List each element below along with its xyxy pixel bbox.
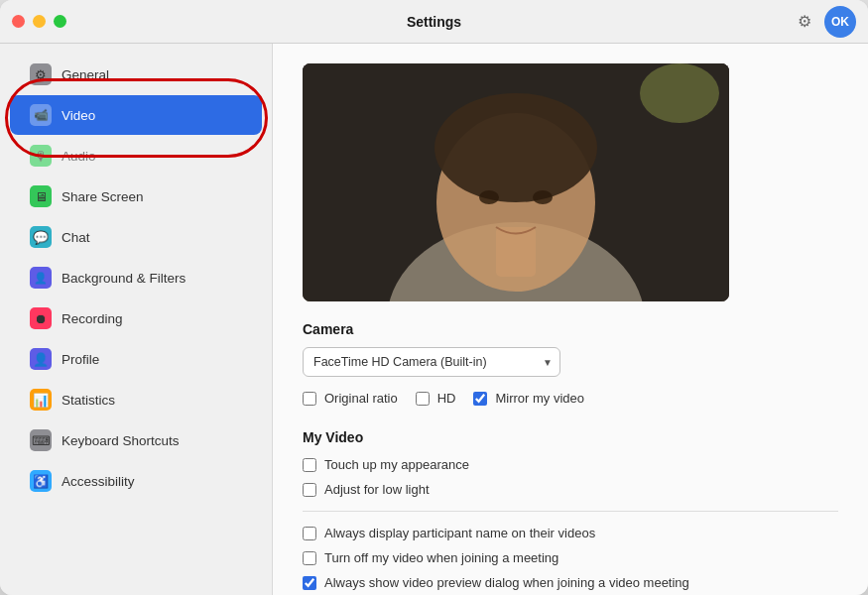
- settings-panel: Camera FaceTime HD Camera (Built-in) Vir…: [273, 44, 868, 595]
- original-ratio-label: Original ratio: [324, 391, 398, 406]
- general-icon: ⚙: [30, 63, 52, 85]
- sidebar-item-statistics[interactable]: 📊 Statistics: [10, 380, 262, 419]
- minimize-button[interactable]: [33, 15, 46, 28]
- sidebar-item-video[interactable]: 📹 Video: [10, 95, 262, 135]
- my-video-title: My Video: [303, 429, 838, 445]
- camera-section-title: Camera: [303, 321, 838, 337]
- sidebar-label-keyboard: Keyboard Shortcuts: [62, 433, 180, 448]
- sidebar-label-background: Background & Filters: [62, 271, 186, 286]
- svg-point-7: [640, 63, 719, 123]
- sidebar-item-background[interactable]: 👤 Background & Filters: [10, 258, 262, 298]
- turn-off-row: Turn off my video when joining a meeting: [303, 550, 838, 565]
- mirror-checkbox[interactable]: [473, 392, 487, 406]
- touch-up-checkbox[interactable]: [303, 458, 316, 472]
- sidebar-label-statistics: Statistics: [62, 393, 115, 408]
- camera-preview: [303, 63, 729, 301]
- svg-point-5: [479, 190, 499, 204]
- close-button[interactable]: [12, 15, 25, 28]
- share-screen-icon: 🖥: [30, 185, 52, 207]
- always-display-row: Always display participant name on their…: [303, 526, 838, 540]
- mirror-row: Mirror my video: [473, 391, 584, 406]
- sidebar-item-profile[interactable]: 👤 Profile: [10, 339, 262, 379]
- window-title: Settings: [407, 14, 461, 30]
- svg-point-4: [434, 93, 597, 202]
- camera-select-wrapper: FaceTime HD Camera (Built-in) Virtual Ca…: [303, 347, 560, 377]
- sidebar-label-share-screen: Share Screen: [62, 189, 144, 204]
- always-display-checkbox[interactable]: [303, 527, 316, 540]
- camera-select[interactable]: FaceTime HD Camera (Built-in) Virtual Ca…: [303, 347, 560, 377]
- sidebar-label-profile: Profile: [62, 352, 99, 367]
- sidebar-item-keyboard[interactable]: ⌨ Keyboard Shortcuts: [10, 420, 262, 460]
- low-light-label: Adjust for low light: [324, 482, 430, 497]
- keyboard-icon: ⌨: [30, 429, 52, 451]
- inline-checkbox-group: Original ratio HD Mirror my video: [303, 391, 838, 416]
- sidebar-label-general: General: [62, 67, 109, 82]
- titlebar-actions: ⚙ OK: [795, 6, 856, 38]
- sidebar-label-recording: Recording: [62, 311, 123, 326]
- sidebar-label-accessibility: Accessibility: [62, 474, 135, 489]
- sidebar-item-chat[interactable]: 💬 Chat: [10, 217, 262, 257]
- touch-up-label: Touch up my appearance: [324, 457, 469, 472]
- mirror-label: Mirror my video: [495, 391, 584, 406]
- accessibility-icon: ♿: [30, 470, 52, 492]
- always-display-label: Always display participant name on their…: [324, 526, 595, 540]
- background-icon: 👤: [30, 267, 52, 289]
- video-icon: 📹: [30, 104, 52, 126]
- hd-row: HD: [416, 391, 456, 406]
- chat-icon: 💬: [30, 226, 52, 248]
- always-show-row: Always show video preview dialog when jo…: [303, 575, 838, 590]
- svg-point-6: [533, 190, 553, 204]
- window-controls: [12, 15, 66, 28]
- original-ratio-checkbox[interactable]: [303, 392, 316, 406]
- profile-icon: 👤: [30, 348, 52, 370]
- hd-label: HD: [437, 391, 456, 406]
- audio-icon: 🎙: [30, 145, 52, 167]
- turn-off-checkbox[interactable]: [303, 551, 316, 565]
- sidebar-item-audio[interactable]: 🎙 Audio: [10, 136, 262, 176]
- main-content: ⚙ General 📹 Video 🎙 Audio 🖥 Share Screen…: [0, 44, 868, 595]
- always-show-label: Always show video preview dialog when jo…: [324, 575, 689, 590]
- touch-up-row: Touch up my appearance: [303, 457, 838, 472]
- camera-dropdown-row: FaceTime HD Camera (Built-in) Virtual Ca…: [303, 347, 838, 377]
- statistics-icon: 📊: [30, 389, 52, 411]
- sidebar: ⚙ General 📹 Video 🎙 Audio 🖥 Share Screen…: [0, 44, 273, 595]
- original-ratio-row: Original ratio: [303, 391, 398, 406]
- turn-off-label: Turn off my video when joining a meeting: [324, 550, 558, 565]
- sidebar-item-recording[interactable]: ⏺ Recording: [10, 298, 262, 338]
- settings-window: Settings ⚙ OK ⚙ General 📹 Video 🎙 A: [0, 0, 868, 595]
- recording-icon: ⏺: [30, 307, 52, 329]
- divider: [303, 511, 838, 512]
- sidebar-label-chat: Chat: [62, 230, 90, 245]
- sidebar-item-general[interactable]: ⚙ General: [10, 55, 262, 94]
- sidebar-label-video: Video: [62, 108, 95, 123]
- hd-checkbox[interactable]: [416, 392, 430, 406]
- low-light-checkbox[interactable]: [303, 483, 316, 497]
- face-overlay: [303, 63, 729, 301]
- avatar[interactable]: OK: [824, 6, 856, 38]
- titlebar: Settings ⚙ OK: [0, 0, 868, 44]
- maximize-button[interactable]: [54, 15, 66, 28]
- low-light-row: Adjust for low light: [303, 482, 838, 497]
- always-show-checkbox[interactable]: [303, 576, 316, 590]
- sidebar-item-accessibility[interactable]: ♿ Accessibility: [10, 461, 262, 501]
- sidebar-item-share-screen[interactable]: 🖥 Share Screen: [10, 177, 262, 216]
- settings-icon[interactable]: ⚙: [795, 12, 814, 32]
- camera-feed: [303, 63, 729, 301]
- sidebar-label-audio: Audio: [62, 149, 96, 164]
